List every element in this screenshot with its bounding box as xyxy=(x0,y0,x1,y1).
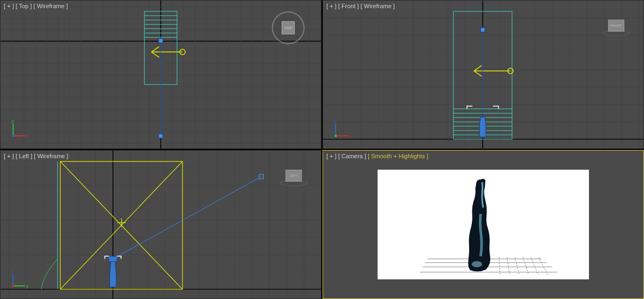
svg-text:z: z xyxy=(11,268,14,274)
viewcube-base-icon xyxy=(603,31,630,36)
viewport-plus-top[interactable]: [ + ] xyxy=(4,3,14,9)
viewcube-face-left[interactable]: LEFT xyxy=(285,170,302,182)
svg-line-132 xyxy=(113,177,261,259)
viewport-front[interactable]: [ + ] [ Front ] [ Wireframe ] xyxy=(323,0,644,149)
svg-text:y: y xyxy=(11,118,14,124)
viewport-top[interactable]: [ + ] [ Top ] [ Wireframe ] xyxy=(0,0,321,149)
viewcube-front[interactable]: FRONT xyxy=(605,20,627,36)
svg-rect-134 xyxy=(108,256,117,262)
viewport-plus-left[interactable]: [ + ] xyxy=(4,153,14,159)
viewcube-face-front[interactable]: FRONT xyxy=(608,20,624,32)
svg-rect-99 xyxy=(335,135,337,137)
viewcube-base-left-icon xyxy=(280,181,307,186)
viewport-mode-top[interactable]: [ Wireframe ] xyxy=(34,3,68,9)
viewport-name-front[interactable]: [ Front ] xyxy=(338,3,359,9)
svg-rect-51 xyxy=(159,134,163,138)
viewport-mode-left[interactable]: [ Wireframe ] xyxy=(34,153,68,159)
grid-left xyxy=(1,151,321,298)
svg-text:x: x xyxy=(349,133,351,139)
viewcube-left[interactable]: LEFT xyxy=(283,170,305,186)
viewport-mode-front[interactable]: [ Wireframe ] xyxy=(361,3,395,9)
grid-front xyxy=(323,1,643,148)
viewcube-top[interactable]: TOP xyxy=(272,11,305,44)
viewport-left[interactable]: [ + ] [ Left ] [ Wireframe ] xyxy=(0,150,321,299)
svg-text:x: x xyxy=(26,133,29,139)
viewport-plus-front[interactable]: [ + ] xyxy=(326,3,337,9)
viewport-name-left[interactable]: [ Left ] xyxy=(16,153,33,159)
svg-rect-56 xyxy=(12,135,14,137)
svg-rect-49 xyxy=(159,38,163,43)
render-safe-frame xyxy=(378,170,589,279)
svg-point-151 xyxy=(472,261,482,267)
viewport-mode-camera[interactable]: [ Smooth + Highlights ] xyxy=(368,153,428,159)
svg-rect-139 xyxy=(12,285,14,287)
axis-gizmo-left: z y xyxy=(9,268,31,290)
axis-gizmo-front: z x xyxy=(331,118,353,140)
viewport-name-camera[interactable]: [ Camera ] xyxy=(338,153,366,159)
rendered-scene xyxy=(378,170,589,279)
viewcube-face[interactable]: TOP xyxy=(282,21,295,34)
viewport-name-top[interactable]: [ Top ] xyxy=(16,3,32,9)
viewport-label-top[interactable]: [ + ] [ Top ] [ Wireframe ] xyxy=(4,3,68,9)
svg-text:z: z xyxy=(334,118,337,124)
viewport-label-front[interactable]: [ + ] [ Front ] [ Wireframe ] xyxy=(326,3,395,9)
viewport-plus-camera[interactable]: [ + ] xyxy=(326,153,337,159)
svg-rect-93 xyxy=(481,28,485,32)
viewport-camera[interactable]: [ + ] [ Camera ] [ Smooth + Highlights ] xyxy=(323,150,644,299)
viewport-label-left[interactable]: [ + ] [ Left ] [ Wireframe ] xyxy=(4,153,68,159)
svg-text:y: y xyxy=(26,283,29,289)
viewport-label-camera[interactable]: [ + ] [ Camera ] [ Smooth + Highlights ] xyxy=(326,153,428,159)
axis-gizmo-top: y x xyxy=(9,118,31,140)
